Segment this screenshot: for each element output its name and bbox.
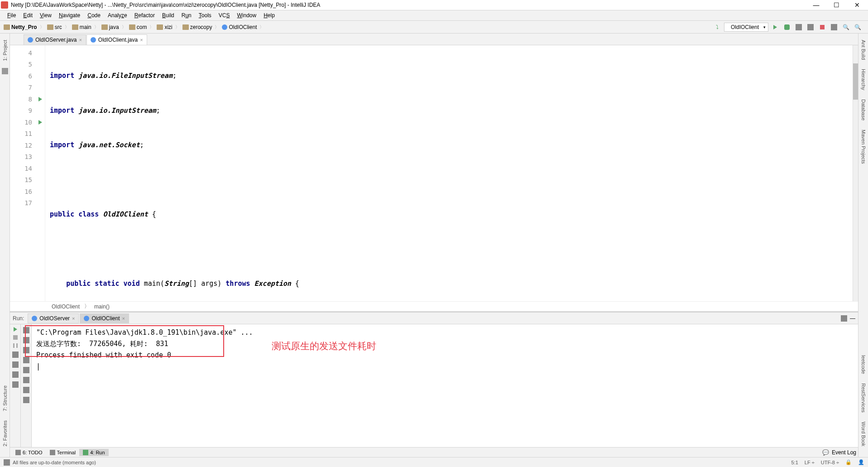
up-icon[interactable] xyxy=(23,327,29,333)
exit-icon[interactable] xyxy=(12,361,19,368)
line-number[interactable]: 9 xyxy=(10,105,45,117)
code-area[interactable]: import java.io.FileInputStream; import j… xyxy=(45,45,853,301)
line-number[interactable]: 7 xyxy=(10,82,45,94)
close-icon[interactable]: × xyxy=(79,37,82,43)
wrap-icon[interactable] xyxy=(23,367,29,373)
pause-icon[interactable] xyxy=(13,343,18,348)
vcs-button[interactable] xyxy=(829,22,839,32)
menu-vcs[interactable]: VCS xyxy=(215,11,234,19)
menu-tools[interactable]: Tools xyxy=(195,11,215,19)
line-number[interactable]: 11 xyxy=(10,128,45,140)
editor-scrollbar[interactable] xyxy=(853,45,858,301)
menu-build[interactable]: Build xyxy=(158,11,178,19)
breadcrumb-item[interactable]: Netty_Pro xyxy=(2,23,39,31)
line-number[interactable]: 10 xyxy=(10,116,45,128)
line-number[interactable]: 5 xyxy=(10,59,45,71)
tab-todo[interactable]: 6: TODO xyxy=(12,449,46,456)
status-icon[interactable] xyxy=(4,459,10,466)
build-button[interactable]: ⤵ xyxy=(712,22,722,32)
scrollbar-thumb[interactable] xyxy=(853,63,858,100)
lock-icon[interactable]: 🔒 xyxy=(845,459,852,465)
line-number[interactable]: 17 xyxy=(10,197,45,209)
sidebar-ant[interactable]: Ant Build xyxy=(861,38,866,62)
debug-button[interactable] xyxy=(782,22,792,32)
inspection-icon[interactable]: 👤 xyxy=(858,459,864,465)
close-icon[interactable]: × xyxy=(122,316,125,321)
layout-icon[interactable] xyxy=(12,371,19,378)
menu-view[interactable]: View xyxy=(36,11,55,19)
run-tab-server[interactable]: OldIOServer × xyxy=(28,313,79,323)
menu-analyze[interactable]: Analyze xyxy=(104,11,131,19)
tab-client[interactable]: OldIOClient.java × xyxy=(86,34,147,45)
close-button[interactable]: ✕ xyxy=(847,0,867,10)
line-number[interactable]: 14 xyxy=(10,163,45,174)
gear-icon[interactable] xyxy=(841,315,847,322)
menu-window[interactable]: Window xyxy=(233,11,260,19)
sidebar-rest[interactable]: RestServices xyxy=(861,381,866,414)
pin-icon[interactable] xyxy=(12,381,19,388)
minimize-button[interactable]: — xyxy=(806,0,826,10)
search-everywhere-button[interactable]: 🔍 xyxy=(853,22,863,32)
cursor-position[interactable]: 5:1 xyxy=(791,460,798,465)
sidebar-icon[interactable] xyxy=(2,68,8,74)
crumb-class[interactable]: OldIOClient xyxy=(52,303,80,310)
down-icon[interactable] xyxy=(23,337,29,343)
line-separator[interactable]: LF ÷ xyxy=(805,460,815,465)
breadcrumb-item[interactable]: OldIOClient xyxy=(220,23,259,31)
scroll-icon[interactable] xyxy=(23,377,29,383)
breadcrumb-item[interactable]: src xyxy=(45,23,64,31)
line-number[interactable]: 4 xyxy=(10,47,45,59)
sidebar-hierarchy[interactable]: Hierarchy xyxy=(861,67,866,92)
line-number[interactable]: 12 xyxy=(10,140,45,151)
tab-terminal[interactable]: Terminal xyxy=(46,449,80,456)
hide-icon[interactable]: — xyxy=(850,315,855,322)
breadcrumb-item[interactable]: zerocopy xyxy=(181,23,214,31)
menu-refactor[interactable]: Refactor xyxy=(131,11,158,19)
run-gutter-icon[interactable] xyxy=(38,97,42,101)
encoding[interactable]: UTF-8 ÷ xyxy=(821,460,839,465)
close-icon[interactable]: × xyxy=(140,37,143,43)
breadcrumb-item[interactable]: com xyxy=(127,23,149,31)
menu-navigate[interactable]: Navigate xyxy=(55,11,84,19)
run-gutter-icon[interactable] xyxy=(38,120,42,125)
breadcrumb-item[interactable]: xizi xyxy=(155,23,174,31)
print-icon[interactable] xyxy=(23,387,29,393)
crumb-method[interactable]: main() xyxy=(94,303,110,310)
breadcrumb-item[interactable]: java xyxy=(100,23,121,31)
line-number[interactable]: 15 xyxy=(10,174,45,186)
sidebar-favorites[interactable]: 2: Favorites xyxy=(2,419,8,448)
editor[interactable]: 4 5 6 7 8 9 10 11 12 13 14 15 16 17 impo… xyxy=(10,45,858,301)
menu-file[interactable]: File xyxy=(4,11,19,19)
menu-code[interactable]: Code xyxy=(84,11,104,19)
rerun-icon[interactable] xyxy=(14,327,17,332)
sidebar-maven[interactable]: Maven Projects xyxy=(861,128,866,166)
arrow-icon[interactable] xyxy=(23,357,29,363)
tab-server[interactable]: OldIOServer.java × xyxy=(24,34,86,45)
line-number[interactable]: 13 xyxy=(10,151,45,163)
menu-help[interactable]: Help xyxy=(260,11,278,19)
run-button[interactable] xyxy=(770,22,780,32)
coverage-button[interactable] xyxy=(794,22,804,32)
sidebar-structure[interactable]: 7: Structure xyxy=(2,384,8,413)
stop-icon[interactable] xyxy=(13,335,18,340)
run-tab-client[interactable]: OldIOClient × xyxy=(80,313,129,323)
close-icon[interactable]: × xyxy=(72,316,75,321)
line-number[interactable]: 16 xyxy=(10,186,45,197)
sidebar-project[interactable]: 1: Project xyxy=(2,38,8,63)
sidebar-wordbook[interactable]: Word Book xyxy=(861,420,866,448)
maximize-button[interactable]: ☐ xyxy=(826,0,847,10)
stop-button[interactable] xyxy=(817,22,827,32)
line-number[interactable]: 8 xyxy=(10,93,45,105)
tab-run[interactable]: 4: Run xyxy=(79,449,108,456)
search-button[interactable]: 🔍 xyxy=(841,22,851,32)
trash-icon[interactable] xyxy=(23,397,29,403)
console-output[interactable]: 测试原生的发送文件耗时 "C:\Program Files\Java\jdk1.… xyxy=(32,324,858,447)
run-config-selector[interactable]: OldIOClient xyxy=(724,23,768,32)
arrow-icon[interactable] xyxy=(23,347,29,353)
sidebar-leetcode[interactable]: leetcode xyxy=(861,353,866,376)
tab-eventlog[interactable]: Event Log xyxy=(832,449,856,456)
line-number[interactable]: 6 xyxy=(10,70,45,82)
breadcrumb-item[interactable]: main xyxy=(70,23,93,31)
camera-icon[interactable] xyxy=(12,351,19,358)
menu-run[interactable]: Run xyxy=(178,11,195,19)
